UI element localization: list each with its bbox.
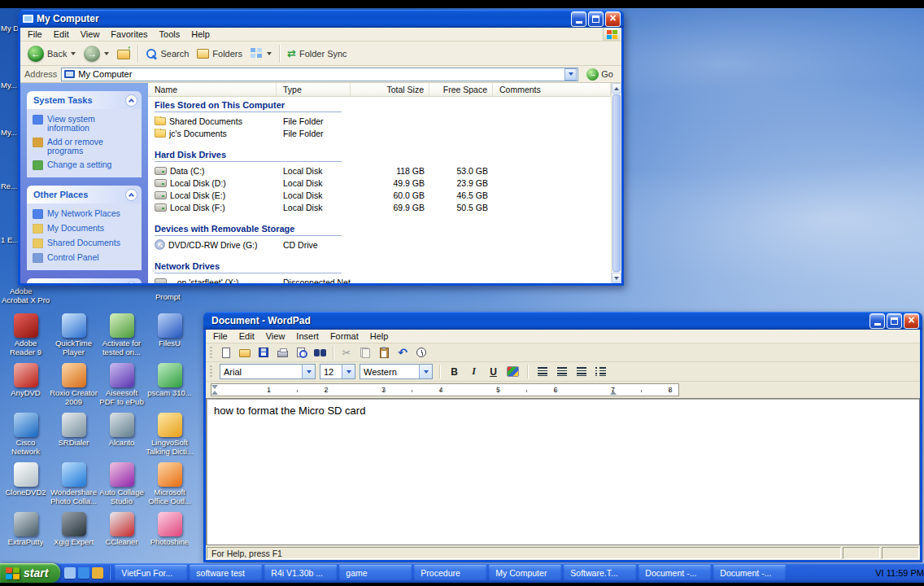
file-row-shared-documents[interactable]: Shared DocumentsFile Folder: [148, 115, 611, 127]
script-select[interactable]: Western: [360, 364, 433, 379]
explorer-menu-tools[interactable]: Tools: [154, 28, 186, 40]
collapse-button[interactable]: [125, 189, 137, 201]
font-size-select[interactable]: 12: [320, 364, 355, 379]
dropdown-arrow-icon[interactable]: [302, 365, 315, 378]
underline-button[interactable]: U: [486, 364, 501, 379]
desktop-icon-microsoft-office-outl[interactable]: Microsoft Office Outl...: [146, 461, 194, 510]
wordpad-datetime-button[interactable]: [413, 345, 429, 361]
wordpad-print-button[interactable]: [274, 345, 290, 361]
up-button[interactable]: [114, 46, 133, 61]
align-center-button[interactable]: [554, 364, 569, 379]
wordpad-cut-button[interactable]: [338, 345, 355, 361]
details-header[interactable]: Details: [27, 278, 142, 283]
align-left-button[interactable]: [534, 364, 550, 379]
explorer-menu-view[interactable]: View: [75, 28, 106, 40]
desktop-icon-quicktime-player[interactable]: QuickTime Player: [50, 312, 98, 361]
wordpad-new-button[interactable]: [218, 345, 234, 361]
close-button[interactable]: [605, 11, 621, 27]
column-header-comments[interactable]: Comments: [493, 83, 611, 97]
address-input[interactable]: My Computer: [61, 68, 578, 81]
wordpad-menu-view[interactable]: View: [260, 330, 291, 342]
file-row-jc-s-documents[interactable]: jc's DocumentsFile Folder: [148, 127, 611, 139]
document-area[interactable]: how to format the Micro SD card: [206, 398, 920, 545]
desktop-icon-alcanto[interactable]: Alcanto: [98, 411, 146, 461]
views-dropdown-icon[interactable]: [267, 52, 272, 55]
other-places-header[interactable]: Other Places: [27, 186, 142, 203]
sidebar-link-view-system-information[interactable]: View system information: [33, 115, 138, 133]
scrollbar-thumb[interactable]: [612, 94, 621, 272]
desktop-icon-pscam-310[interactable]: pscam 310...: [146, 361, 194, 411]
bullets-button[interactable]: [593, 364, 608, 379]
desktop-icon-auto-collage-studio[interactable]: Auto Collage Studio: [98, 461, 146, 510]
search-button[interactable]: Search: [142, 46, 192, 61]
sidebar-link-change-a-setting[interactable]: Change a setting: [33, 160, 138, 170]
minimize-button[interactable]: [870, 313, 885, 329]
wordpad-find-button[interactable]: [312, 345, 328, 361]
start-button[interactable]: start: [0, 563, 60, 583]
indent-marker[interactable]: [211, 385, 218, 389]
language-indicator[interactable]: VI: [875, 568, 883, 578]
views-button[interactable]: [247, 46, 275, 60]
wordpad-open-button[interactable]: [237, 345, 253, 361]
wordpad-menu-help[interactable]: Help: [364, 330, 394, 342]
folder-sync-button[interactable]: Folder Sync: [284, 46, 351, 61]
dropdown-arrow-icon[interactable]: [419, 365, 432, 378]
file-row-on-starfleet-x[interactable]: ...on 'starfleet' (X:)Disconnected Netwo…: [148, 276, 611, 283]
file-row-dvd-cd-rw-drive-g[interactable]: DVD/CD-RW Drive (G:)CD Drive: [148, 238, 611, 251]
desktop-icon-xgig-expert[interactable]: Xgig Expert: [50, 510, 98, 560]
address-dropdown-button[interactable]: [564, 68, 577, 81]
back-dropdown-icon[interactable]: [71, 52, 76, 55]
scroll-down-button[interactable]: [612, 273, 621, 283]
desktop-icon-cisco-network-assistant[interactable]: Cisco Network Assistant: [2, 411, 50, 461]
sidebar-link-my-network-places[interactable]: My Network Places: [33, 209, 138, 219]
column-header-total-size[interactable]: Total Size: [351, 83, 429, 97]
maximize-button[interactable]: [887, 313, 902, 329]
explorer-menu-edit[interactable]: Edit: [48, 28, 75, 40]
taskbar-task-procedure[interactable]: Procedure: [414, 565, 486, 581]
file-row-local-disk-f[interactable]: Local Disk (F:)Local Disk69.9 GB50.5 GB: [148, 201, 611, 213]
close-button[interactable]: [904, 313, 919, 329]
explorer-menu-favorites[interactable]: Favorites: [105, 28, 153, 40]
clock[interactable]: 11:59 PM: [887, 568, 924, 578]
scroll-up-button[interactable]: [612, 83, 621, 94]
font-family-select[interactable]: Arial: [220, 364, 316, 379]
taskbar-task-vietfun-for[interactable]: VietFun For...: [115, 565, 187, 581]
maximize-button[interactable]: [588, 11, 604, 27]
toolbar-grip[interactable]: [210, 347, 212, 359]
quicklaunch-media-player[interactable]: [92, 567, 103, 579]
wordpad-undo-button[interactable]: [394, 345, 411, 361]
desktop[interactable]: Adobe Reader 9QuickTime PlayerActivate f…: [0, 8, 924, 563]
desktop-icon-lingvosoft-talking-dicti[interactable]: LingvoSoft Talking Dicti...: [146, 411, 194, 461]
go-button[interactable]: Go: [582, 68, 617, 81]
desktop-icon-anydvd[interactable]: AnyDVD: [2, 361, 50, 411]
desktop-icon-clonedvd2[interactable]: CloneDVD2: [2, 461, 50, 510]
forward-dropdown-icon[interactable]: [104, 52, 109, 55]
bold-button[interactable]: B: [447, 364, 462, 379]
taskbar-task-software-test[interactable]: software test: [190, 565, 262, 581]
font-color-button[interactable]: [505, 364, 521, 379]
vertical-scrollbar[interactable]: [611, 83, 621, 283]
file-row-local-disk-e[interactable]: Local Disk (E:)Local Disk60.0 GB46.5 GB: [148, 189, 611, 201]
quicklaunch-show-desktop[interactable]: [64, 567, 76, 579]
desktop-icon-activate-for-tested-on[interactable]: Activate for tested on...: [98, 312, 146, 361]
wordpad-menu-format[interactable]: Format: [325, 330, 364, 342]
wordpad-copy-button[interactable]: [357, 345, 373, 361]
taskbar-task-game[interactable]: game: [339, 565, 412, 581]
desktop-icon-extraputty[interactable]: ExtraPutty: [2, 510, 50, 560]
folders-button[interactable]: Folders: [194, 47, 246, 60]
desktop-icon-aiseesoft-pdf-to-epub-con[interactable]: Aiseesoft PDF to ePub Con...: [98, 361, 146, 411]
toolbar-grip[interactable]: [210, 365, 212, 378]
dropdown-arrow-icon[interactable]: [342, 365, 355, 378]
file-row-local-disk-d[interactable]: Local Disk (D:)Local Disk49.9 GB23.9 GB: [148, 177, 611, 189]
wordpad-menu-edit[interactable]: Edit: [233, 330, 260, 342]
desktop-icon-filesu[interactable]: FilesU: [146, 312, 194, 361]
wordpad-preview-button[interactable]: [293, 345, 309, 361]
taskbar-task-document[interactable]: Document -...: [639, 565, 711, 581]
wordpad-menu-file[interactable]: File: [207, 330, 233, 342]
taskbar-task-my-computer[interactable]: My Computer: [489, 565, 561, 581]
column-header-free-space[interactable]: Free Space: [429, 83, 493, 97]
taskbar-task-document[interactable]: Document -...: [713, 565, 786, 581]
quicklaunch-internet-explorer[interactable]: [78, 567, 89, 579]
desktop-icon-roxio-creator-2009[interactable]: Roxio Creator 2009: [50, 361, 98, 411]
sidebar-link-my-documents[interactable]: My Documents: [33, 224, 138, 234]
